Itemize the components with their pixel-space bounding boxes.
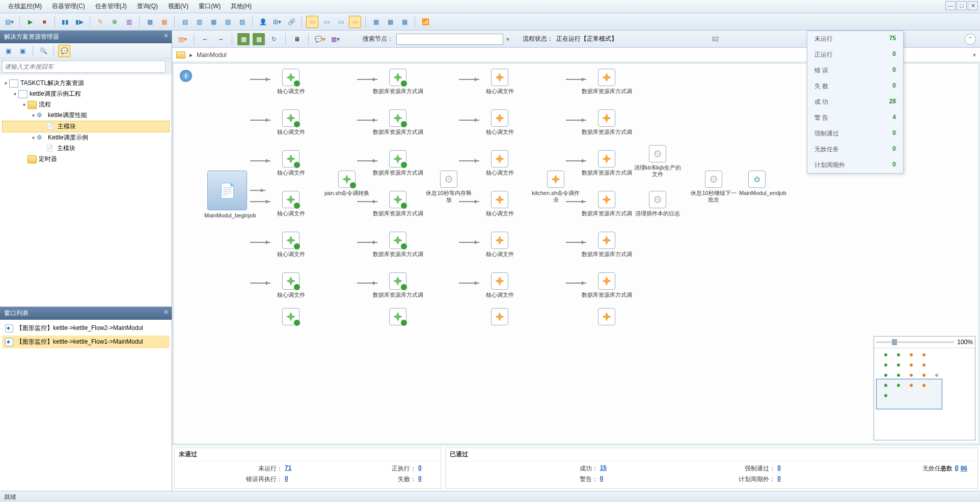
table1-icon[interactable]: ▦ [370, 16, 382, 28]
node-core-o[interactable]: 核心调文件 [474, 191, 525, 217]
tree-flow[interactable]: ▾流程 [2, 99, 170, 110]
node-core-o[interactable]: 核心调文件 [474, 109, 525, 135]
sb-g2[interactable]: ▦ [253, 33, 265, 45]
node-db-o[interactable]: 数据库资源库方式调 [581, 191, 632, 217]
pause-button[interactable]: ▮▮ [59, 16, 71, 28]
stat-warn-value[interactable]: 0 [600, 475, 610, 484]
table3-icon[interactable]: ▦ [398, 16, 411, 28]
sb-refresh[interactable]: ↻ [268, 33, 280, 45]
wand-icon[interactable]: ✎ [94, 16, 106, 28]
stat-running-value[interactable]: 0 [418, 464, 428, 473]
stat-success-value[interactable]: 15 [600, 464, 610, 473]
grid4-icon[interactable]: ▧ [222, 16, 234, 28]
maximize-button[interactable]: □ [957, 1, 967, 10]
node-db-o[interactable]: 数据库资源库方式调 [581, 69, 632, 95]
node-core[interactable]: 核心调文件 [265, 272, 316, 298]
sb-g1[interactable]: ▦ [237, 33, 250, 45]
node-db[interactable]: 数据库资源库方式调 [372, 109, 423, 135]
node-core[interactable]: 核心调文件 [265, 150, 316, 176]
popup-row[interactable]: 无效任务0 [807, 142, 903, 157]
grid3-icon[interactable]: ▦ [207, 16, 220, 28]
tree-timer[interactable]: 定时器 [2, 154, 170, 164]
new-dropdown[interactable]: ▤▾ [3, 16, 15, 28]
node-db[interactable] [372, 308, 423, 327]
layout2-icon[interactable]: ▦ [158, 16, 170, 28]
breadcrumb-dropdown[interactable]: ▾ [973, 51, 976, 59]
node-core[interactable] [265, 308, 316, 327]
node-db-o[interactable] [581, 308, 632, 327]
window-panel-close-icon[interactable]: ✕ [164, 309, 169, 316]
window-item-flow2[interactable]: 【图形监控】kettle->kettle_Flow2->MainModul [2, 322, 170, 334]
node-db[interactable]: 数据库资源库方式调 [372, 232, 423, 258]
minimap-canvas[interactable] [874, 348, 975, 440]
node-sleep[interactable]: 休息10秒等内存释放 [423, 171, 474, 203]
collapse-up-icon[interactable]: ⌃ [965, 34, 976, 45]
node-db-o[interactable]: 数据库资源库方式调 [581, 109, 632, 135]
chart-icon[interactable]: ▥ [123, 16, 135, 28]
globe-icon[interactable]: ⊕ [108, 16, 121, 28]
tree-main1[interactable]: 📄主模块 [2, 121, 170, 132]
node-endjob[interactable]: ⏻MainModul_endjob [739, 171, 775, 197]
popup-row[interactable]: 失 败0 [807, 78, 903, 94]
zoom-slider[interactable] [876, 341, 954, 343]
popup-row[interactable]: 错 误0 [807, 63, 903, 78]
tree-project[interactable]: ▾kettle调度示例工程 [2, 89, 170, 99]
sb-new[interactable]: ▤▾ [176, 33, 188, 45]
node-core-o[interactable]: 核心调文件 [474, 69, 525, 95]
node-core-o[interactable]: 核心调文件 [474, 232, 525, 258]
popup-row[interactable]: 正运行0 [807, 47, 903, 63]
sb-monitor[interactable]: 🖥 [291, 33, 303, 45]
view2-icon[interactable]: ▭ [320, 16, 333, 28]
broadcast-icon[interactable]: 📶 [419, 16, 431, 28]
menu-other[interactable]: 其他(H) [226, 1, 257, 12]
node-db[interactable]: 数据库资源库方式调 [372, 191, 423, 217]
tree-demo[interactable]: ▾⚙Kettle调度示例 [2, 132, 170, 143]
popup-row[interactable]: 强制通过0 [807, 126, 903, 142]
tree-root[interactable]: ▾TASKCTL解决方案资源 [2, 78, 170, 89]
stat-fail-value[interactable]: 0 [418, 475, 428, 484]
menu-view[interactable]: 视图(V) [163, 1, 194, 12]
sb-back[interactable]: ← [199, 33, 211, 45]
link-icon[interactable]: 🔗 [285, 16, 297, 28]
step-button[interactable]: ▮▶ [73, 16, 86, 28]
view4-active-icon[interactable]: ▭ [349, 16, 361, 28]
solution-search-input[interactable] [2, 61, 166, 73]
node-db-o[interactable]: 数据库资源库方式调 [581, 150, 632, 176]
popup-row[interactable]: 未运行75 [807, 31, 903, 47]
node-core-o[interactable] [474, 308, 525, 327]
tree-perf[interactable]: ▾⚙kettle调度性能 [2, 110, 170, 121]
stop-button[interactable]: ■ [38, 16, 50, 28]
menu-online[interactable]: 在线监控(M) [3, 1, 47, 12]
node-beginjob[interactable]: MainModul_beginjob [204, 171, 250, 219]
menu-task[interactable]: 任务管理(J) [90, 1, 132, 12]
stat-notrun-value[interactable]: 71 [285, 464, 295, 473]
popup-row[interactable]: 警 告4 [807, 110, 903, 126]
node-db[interactable]: 数据库资源库方式调 [372, 69, 423, 95]
solution-panel-close-icon[interactable]: ✕ [164, 32, 169, 39]
grid1-icon[interactable]: ▤ [179, 16, 191, 28]
node-core[interactable]: 核心调文件 [265, 232, 316, 258]
menu-container[interactable]: 容器管理(C) [47, 1, 90, 12]
nodes-dropdown[interactable]: ⊞▾ [271, 16, 283, 28]
popup-row[interactable]: 计划周期外0 [807, 157, 903, 173]
node-db[interactable]: 数据库资源库方式调 [372, 272, 423, 298]
popup-row[interactable]: 成 功28 [807, 94, 903, 110]
sb-chat[interactable]: 💬▾ [314, 33, 326, 45]
search-node-input[interactable] [396, 34, 503, 45]
stat-out-value[interactable]: 0 [777, 475, 787, 484]
breadcrumb-path[interactable]: MainModul [197, 51, 227, 59]
sb-layers[interactable]: ▦▾ [329, 33, 341, 45]
total-value[interactable]: 86 [961, 465, 967, 472]
layout1-icon[interactable]: ▦ [144, 16, 156, 28]
node-core[interactable]: 核心调文件 [265, 109, 316, 135]
node-clean-log[interactable]: 清理插件本的日志 [632, 191, 683, 217]
view1-active-icon[interactable]: ▭ [306, 16, 318, 28]
tree-main2[interactable]: 📄主模块 [2, 143, 170, 154]
grid5-icon[interactable]: ▨ [236, 16, 248, 28]
sol-btn2[interactable]: ▣ [16, 45, 29, 57]
node-core[interactable]: 核心调文件 [265, 69, 316, 95]
table2-icon[interactable]: ▦ [384, 16, 396, 28]
node-db-o[interactable]: 数据库资源库方式调 [581, 232, 632, 258]
stat-errretry-value[interactable]: 0 [285, 475, 295, 484]
minimize-button[interactable]: — [945, 1, 956, 10]
